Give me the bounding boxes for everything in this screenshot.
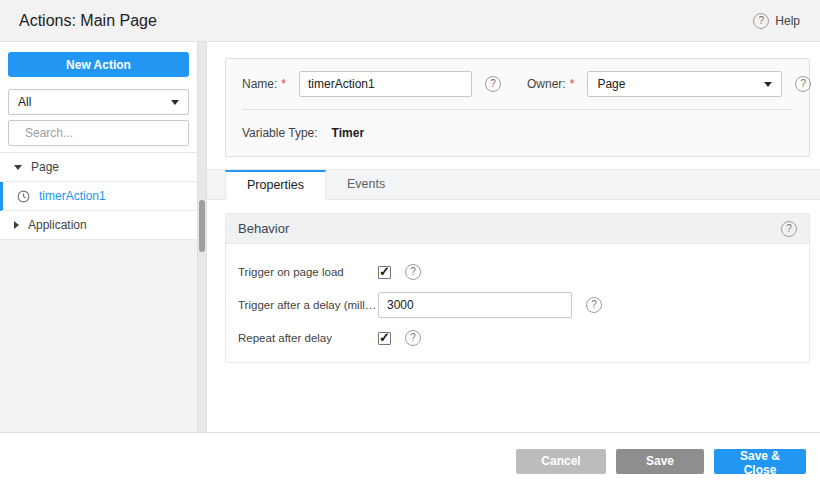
variable-type-row: Variable Type: Timer <box>226 110 809 156</box>
name-help-icon[interactable]: ? <box>485 76 501 92</box>
tab-events[interactable]: Events <box>326 170 406 199</box>
trigger-on-page-load-checkbox[interactable] <box>378 266 391 279</box>
cancel-button[interactable]: Cancel <box>516 449 606 474</box>
page-title: Actions: Main Page <box>19 12 157 30</box>
save-and-close-button[interactable]: Save & Close <box>714 449 806 474</box>
behavior-panel: Behavior ? Trigger on page load ? Trigge… <box>225 213 810 363</box>
filter-dropdown-value: All <box>18 95 31 109</box>
save-button[interactable]: Save <box>616 449 704 474</box>
tree-item-label: timerAction1 <box>39 189 106 203</box>
behavior-panel-body: Trigger on page load ? Trigger after a d… <box>226 244 809 362</box>
tree-group-page[interactable]: Page <box>0 153 197 182</box>
chevron-down-icon <box>171 100 179 105</box>
trigger-after-delay-label: Trigger after a delay (millisec... <box>238 299 378 311</box>
tab-properties[interactable]: Properties <box>225 170 326 200</box>
repeat-after-delay-help-icon[interactable]: ? <box>405 330 421 346</box>
owner-help-icon[interactable]: ? <box>795 76 811 92</box>
name-input[interactable] <box>299 71 472 97</box>
new-action-button[interactable]: New Action <box>8 52 189 77</box>
name-label: Name: <box>242 77 277 91</box>
actions-sidebar: New Action All Page tim <box>0 42 197 432</box>
owner-required-marker: * <box>570 77 575 91</box>
tree-group-label: Application <box>28 218 87 232</box>
help-label: Help <box>775 14 800 28</box>
caret-down-icon <box>14 165 22 170</box>
trigger-after-delay-input[interactable] <box>378 292 572 318</box>
owner-dropdown[interactable]: Page <box>587 71 782 97</box>
action-summary-box: Name: * ? Owner: * Page ? Variable Type:… <box>225 58 810 157</box>
tree-group-label: Page <box>31 160 59 174</box>
behavior-help-icon[interactable]: ? <box>781 221 797 237</box>
variable-type-label: Variable Type: <box>242 126 318 140</box>
repeat-after-delay-checkbox[interactable] <box>378 332 391 345</box>
filter-dropdown[interactable]: All <box>8 89 189 115</box>
owner-group: Owner: * Page ? <box>527 71 811 97</box>
repeat-after-delay-label: Repeat after delay <box>238 332 378 344</box>
sidebar-filler <box>0 240 197 432</box>
chevron-down-icon <box>764 82 772 87</box>
tree-item-timeraction1[interactable]: timerAction1 <box>0 182 197 211</box>
help-button[interactable]: ? Help <box>753 13 800 29</box>
dialog-footer: Cancel Save Save & Close <box>0 432 820 489</box>
owner-dropdown-value: Page <box>597 77 625 91</box>
repeat-after-delay-row: Repeat after delay ? <box>238 330 797 346</box>
owner-label: Owner: <box>527 77 566 91</box>
trigger-on-page-load-label: Trigger on page load <box>238 266 378 278</box>
caret-right-icon <box>14 221 19 229</box>
action-editor-main: Name: * ? Owner: * Page ? Variable Type:… <box>207 42 820 432</box>
trigger-on-page-load-help-icon[interactable]: ? <box>405 264 421 280</box>
trigger-after-delay-row: Trigger after a delay (millisec... ? <box>238 292 797 318</box>
behavior-section-title: Behavior <box>238 221 289 236</box>
trigger-after-delay-help-icon[interactable]: ? <box>586 297 602 313</box>
name-required-marker: * <box>281 77 286 91</box>
actions-tree: Page timerAction1 Application <box>0 152 197 240</box>
editor-tabstrip: Properties Events <box>207 169 820 200</box>
behavior-panel-header: Behavior ? <box>226 214 809 244</box>
trigger-on-page-load-row: Trigger on page load ? <box>238 264 797 280</box>
name-owner-row: Name: * ? Owner: * Page ? <box>226 59 809 109</box>
variable-type-value: Timer <box>332 126 364 140</box>
tree-group-application[interactable]: Application <box>0 211 197 240</box>
clock-icon <box>17 190 30 203</box>
help-question-icon: ? <box>753 13 769 29</box>
sidebar-scrollbar-thumb[interactable] <box>199 200 205 252</box>
search-input[interactable] <box>25 126 180 140</box>
dialog-header: Actions: Main Page ? Help <box>0 0 820 42</box>
sidebar-scrollbar-track[interactable] <box>197 42 207 432</box>
search-box <box>8 120 189 146</box>
